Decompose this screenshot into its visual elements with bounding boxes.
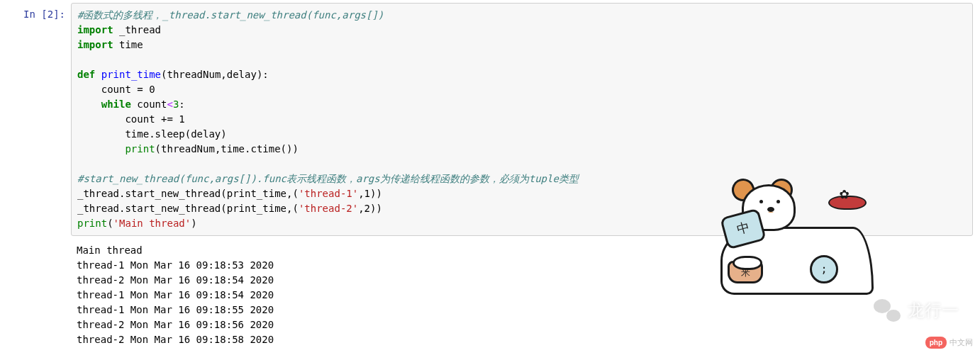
output-line: thread-1 Mon Mar 16 09:18:54 2020 [77, 289, 274, 300]
func-name: print_time [101, 69, 161, 80]
code-text: : [179, 99, 184, 110]
kw-while: while [101, 99, 131, 110]
mascot-ball-icon: ; [810, 255, 838, 283]
code-comment: #函数式的多线程，_thread.start_new_thread(func,a… [77, 9, 384, 21]
code-text: time.sleep(delay) [77, 128, 227, 140]
kw-def: def [77, 69, 95, 80]
mascot-eye-icon [776, 200, 780, 203]
php-pill-icon: php [925, 337, 947, 349]
str-literal: 'Main thread' [113, 218, 191, 229]
output-line: thread-2 Mon Mar 16 09:18:54 2020 [77, 274, 274, 286]
code-text: _thread.start_new_thread(print_time,( [77, 188, 299, 199]
code-indent [77, 99, 101, 110]
output-line: thread-1 Mon Mar 16 09:18:55 2020 [77, 304, 274, 315]
output-line: Main thread [77, 244, 143, 256]
code-text [95, 69, 101, 80]
code-text: (threadNum,delay): [161, 69, 269, 80]
mascot-eye-icon [759, 200, 763, 203]
code-text: ,2)) [358, 203, 382, 214]
code-text: count [131, 99, 167, 110]
code-text: ( [107, 218, 113, 229]
output-line: thread-1 Mon Mar 16 09:18:53 2020 [77, 259, 274, 271]
output-line: thread-2 Mon Mar 16 09:18:58 2020 [77, 334, 274, 345]
mascot-nose-icon [767, 207, 774, 212]
builtin-print: print [77, 218, 107, 229]
mascot-bowl-icon [728, 261, 763, 283]
phpcn-text: 中文网 [950, 337, 973, 349]
code-text: _thread.start_new_thread(print_time,( [77, 203, 299, 214]
code-text: ) [191, 218, 196, 229]
builtin-print: print [125, 143, 155, 154]
str-literal: 'thread-1' [299, 188, 358, 199]
code-comment: #start_new_thread(func,args[]).func表示线程函… [77, 173, 579, 184]
code-text: (threadNum,time.ctime()) [155, 143, 299, 154]
output-line: thread-2 Mon Mar 16 09:18:56 2020 [77, 319, 274, 330]
code-indent [77, 143, 125, 154]
code-text: ,1)) [358, 188, 382, 199]
output-prompt [0, 239, 71, 351]
stdout-output: Main thread thread-1 Mon Mar 16 09:18:53… [71, 239, 279, 351]
kw-import: import [77, 39, 113, 50]
str-literal: 'thread-2' [299, 203, 358, 214]
kw-import: import [77, 24, 113, 35]
code-text: _thread [113, 24, 161, 35]
input-prompt: In [2]: [0, 3, 71, 236]
code-text: count += 1 [77, 113, 185, 125]
phpcn-watermark: php 中文网 [925, 337, 973, 349]
code-text: count = 0 [77, 84, 155, 95]
watermark-wechat: 龙行一 [874, 298, 959, 323]
op-lt: < [167, 99, 172, 110]
gear-icon [828, 196, 867, 210]
wechat-icon [874, 299, 901, 322]
code-text: time [113, 39, 143, 50]
watermark-text: 龙行一 [908, 298, 959, 323]
